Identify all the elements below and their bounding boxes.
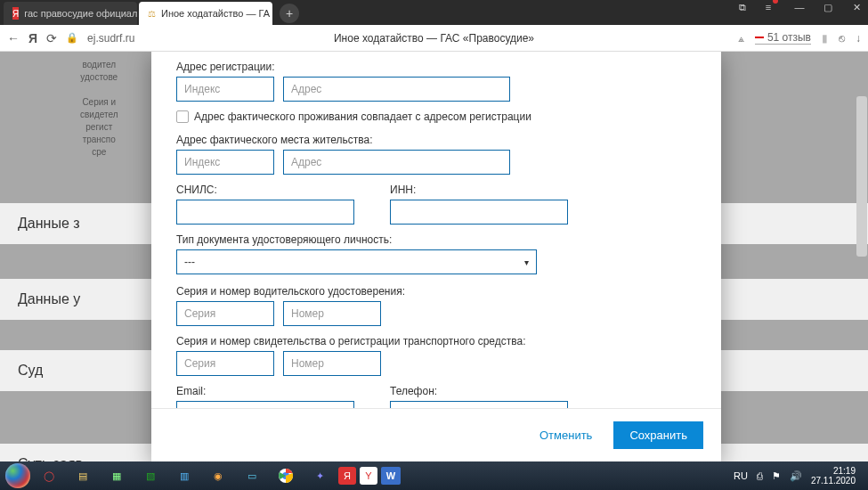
back-button[interactable]: ← (7, 31, 20, 45)
section-label: Суть заяв (18, 456, 83, 461)
inn-input[interactable] (390, 200, 568, 225)
vehicle-number-input[interactable] (283, 351, 381, 376)
clock-date: 27.11.2020 (811, 476, 856, 486)
scrollbar-thumb[interactable] (856, 96, 867, 257)
label-doc-type: Тип документа удостоверяющего личность: (176, 233, 696, 246)
url-text[interactable]: ej.sudrf.ru (87, 32, 134, 45)
window-overlay-icon[interactable]: ⧉ (734, 2, 750, 13)
section-label: Данные з (18, 216, 80, 231)
label-phone: Телефон: (390, 385, 568, 397)
label-driver-license: Серия и номер водительского удостоверени… (176, 285, 696, 298)
taskbar-chrome-icon[interactable] (271, 464, 301, 487)
reviews-link[interactable]: 51 отзыв (755, 31, 811, 45)
tab-gas-justice[interactable]: ⚖ Иное ходатайство — ГА × (139, 2, 272, 25)
driver-series-input[interactable] (176, 301, 274, 326)
section-label: Данные у (18, 291, 80, 306)
translate-icon[interactable]: ⟁ (738, 32, 744, 45)
language-indicator[interactable]: RU (734, 470, 748, 481)
taskbar-yandex-icon[interactable]: Я (338, 467, 356, 485)
label-reg-address: Адрес регистрации: (176, 61, 696, 73)
taskbar-player-icon[interactable]: ◉ (203, 464, 233, 487)
yandex-favicon: Я (12, 7, 19, 20)
cancel-button[interactable]: Отменить (531, 421, 601, 449)
scales-favicon: ⚖ (148, 7, 156, 20)
reg-address-input[interactable] (283, 77, 510, 102)
taskbar-clock[interactable]: 21:19 27.11.2020 (811, 466, 856, 486)
fact-index-input[interactable] (176, 150, 274, 175)
taskbar-opera-icon[interactable]: ◯ (34, 464, 64, 487)
phone-input[interactable] (390, 401, 568, 408)
taskbar-app2-icon[interactable]: ▥ (169, 464, 199, 487)
label-inn: ИНН: (390, 184, 568, 196)
browser-tabs: Я гас правосудие официаль ⚖ Иное ходатай… (0, 0, 868, 25)
lock-icon: 🔒 (66, 32, 78, 44)
chevron-down-icon: ▾ (524, 257, 529, 267)
address-bar: ← Я ⟳ 🔒 ej.sudrf.ru Иное ходатайство — Г… (0, 25, 868, 52)
fact-address-input[interactable] (283, 150, 510, 175)
modal-footer: Отменить Сохранить (151, 408, 721, 461)
taskbar-browser-icon[interactable]: Y (360, 467, 377, 485)
page-content: водител удостове Серия и свидетел регист… (0, 52, 868, 461)
label-email: Email: (176, 385, 354, 397)
label-vehicle-reg: Серия и номер свидетельства о регистраци… (176, 335, 696, 347)
taskbar-excel-icon[interactable]: ▧ (135, 464, 166, 487)
window-menu-icon[interactable]: ≡ (763, 2, 779, 13)
section-label: Суд (18, 363, 43, 378)
reviews-text: 51 отзыв (767, 31, 811, 44)
label-fact-address: Адрес фактического места жительства: (176, 134, 696, 146)
start-button[interactable] (5, 463, 30, 488)
doc-type-select[interactable]: --- ▾ (176, 249, 537, 274)
same-address-checkbox[interactable] (176, 110, 189, 123)
tab-search[interactable]: Я гас правосудие официаль (4, 2, 137, 25)
taskbar: ◯ ▤ ▦ ▧ ▥ ◉ ▭ ✦ Я Y W RU ⎙ ⚑ 🔊 21:19 27.… (0, 461, 868, 490)
driver-number-input[interactable] (283, 301, 381, 326)
taskbar-folder-icon[interactable]: ▭ (237, 464, 267, 487)
close-window-icon[interactable]: ✕ (848, 2, 864, 13)
taskbar-explorer-icon[interactable]: ▤ (68, 464, 98, 487)
tray-volume-icon[interactable]: 🔊 (790, 470, 802, 482)
left-hint-text: водител удостове Серия и свидетел регист… (80, 59, 118, 159)
taskbar-app1-icon[interactable]: ▦ (101, 464, 132, 487)
tray-printer-icon[interactable]: ⎙ (757, 470, 763, 481)
window-controls: ⧉ ≡ — ▢ ✕ (734, 2, 864, 13)
modal-form: Адрес регистрации: Адрес фактического пр… (151, 52, 721, 461)
taskbar-word-icon[interactable]: W (381, 467, 401, 485)
vehicle-series-input[interactable] (176, 351, 274, 376)
reload-button[interactable]: ⟳ (46, 31, 57, 45)
modal-body: Адрес регистрации: Адрес фактического пр… (151, 52, 721, 408)
page-title: Иное ходатайство — ГАС «Правосудие» (334, 32, 534, 45)
maximize-icon[interactable]: ▢ (820, 2, 836, 13)
label-snils: СНИЛС: (176, 184, 354, 196)
clock-time: 21:19 (811, 466, 856, 476)
tray-flag-icon[interactable]: ⚑ (772, 470, 781, 482)
tab-label: гас правосудие официаль (24, 8, 137, 19)
email-input[interactable] (176, 401, 354, 408)
snils-input[interactable] (176, 200, 354, 225)
flag-icon (755, 34, 764, 41)
download-icon[interactable]: ↓ (856, 32, 861, 45)
doc-type-value: --- (184, 256, 195, 268)
yandex-button[interactable]: Я (28, 31, 37, 45)
same-address-label: Адрес фактического проживания совпадает … (194, 110, 531, 123)
minimize-icon[interactable]: — (791, 2, 807, 13)
new-tab-button[interactable]: + (280, 4, 299, 23)
taskbar-compass-icon[interactable]: ✦ (304, 464, 335, 487)
bookmark-icon[interactable]: ▮ (822, 32, 828, 45)
extensions-icon[interactable]: ⎋ (839, 32, 845, 45)
tab-label: Иное ходатайство — ГА (161, 8, 270, 19)
save-button[interactable]: Сохранить (613, 421, 703, 449)
reg-index-input[interactable] (176, 77, 274, 102)
